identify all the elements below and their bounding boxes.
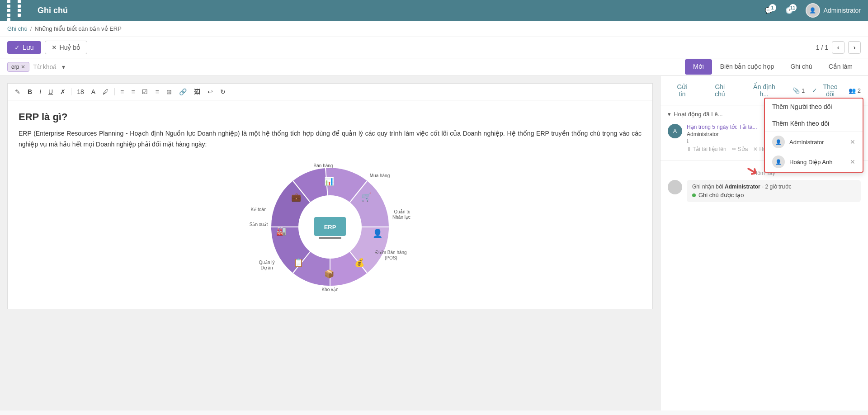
svg-text:💰: 💰	[354, 258, 365, 268]
svg-text:Bán hàng: Bán hàng	[314, 163, 333, 168]
content-heading: ERP là gì?	[19, 111, 642, 123]
image-button[interactable]: 🖼	[192, 87, 202, 96]
editor-wrapper: ✎ B I U ✗ 18 A 🖊 ≡ ≡ ☑ ≡ ⊞ 🔗 🖼 ↩ ↻	[7, 83, 653, 309]
editor-content[interactable]: ERP là gì? ERP (Enterprise Resources Pla…	[8, 100, 652, 306]
timeline-header: Ghi nhận bởi Administrator - 2 giờ trước	[692, 184, 855, 190]
upload-icon: ⬆	[687, 146, 691, 152]
toolbar-separator	[71, 88, 71, 95]
pagination-info: 1 / 1	[816, 44, 828, 51]
align-button[interactable]: ≡	[153, 87, 160, 96]
breadcrumb-separator: /	[30, 25, 32, 32]
svg-text:🛒: 🛒	[361, 192, 372, 202]
filter-tag-remove[interactable]: ✕	[21, 64, 25, 70]
underline-button[interactable]: U	[47, 87, 55, 96]
breadcrumb-current: Những hiểu biết căn bản về ERP	[34, 25, 121, 32]
filter-dropdown-icon[interactable]: ▾	[62, 63, 65, 71]
font-color-button[interactable]: A	[90, 87, 97, 96]
activities-button[interactable]: 🕐 11	[785, 7, 793, 14]
add-follower-item[interactable]: Thêm Người theo dõi	[765, 99, 863, 115]
follow-dropdown: Thêm Người theo dõi Thêm Kênh theo dõi 👤…	[764, 98, 863, 173]
message-badge: 1	[769, 4, 776, 11]
svg-text:Quản trị: Quản trị	[394, 209, 411, 214]
follower-name-hoang: Hoàng Diệp Anh	[789, 159, 845, 165]
timeline-section: Hôm nay Ghi nhận bởi Administrator - 2 g…	[660, 161, 868, 410]
link-button[interactable]: 🔗	[177, 87, 189, 96]
tab-bien-ban[interactable]: Biên bản cuộc họp	[712, 59, 783, 75]
edit-icon: ✏	[732, 146, 736, 152]
tab-can-lam[interactable]: Cần làm	[821, 59, 861, 75]
remove-follower-hoang[interactable]: ✕	[850, 158, 855, 165]
svg-rect-11	[319, 237, 341, 239]
timeline-time: 2 giờ trước	[765, 184, 791, 190]
messages-button[interactable]: 💬 1	[765, 7, 773, 14]
add-channel-item[interactable]: Thêm Kênh theo dõi	[765, 115, 863, 132]
follower-avatar-admin: 👤	[772, 136, 785, 148]
app-grid-icon[interactable]	[7, 0, 27, 21]
timeline-text: Ghi chú được tạo	[692, 192, 855, 198]
log-note-button[interactable]: Ghi chú	[704, 80, 736, 100]
top-navigation: Ghi chú 💬 1 🕐 11 👤 Administrator	[0, 0, 868, 21]
tab-bar: Mới Biên bản cuộc họp Ghi chú Cần làm	[685, 59, 861, 75]
paperclip-icon: 📎	[793, 87, 800, 94]
highlight-button[interactable]: 🖊	[101, 87, 111, 96]
svg-text:(POS): (POS)	[385, 255, 397, 260]
prev-button[interactable]: ‹	[832, 41, 844, 54]
font-size-button[interactable]: 18	[75, 87, 86, 96]
content-paragraph: ERP (Enterprise Resources Planning - Hoạ…	[19, 128, 642, 150]
attachment-count: 📎 1	[793, 87, 805, 94]
follower-name-admin: Administrator	[789, 139, 845, 146]
chatter-actions: 📎 1 ✓ Theo dõi 👥 2	[793, 83, 861, 98]
svg-text:Dự án: Dự án	[260, 265, 273, 270]
svg-text:📦: 📦	[324, 269, 335, 279]
filter-placeholder[interactable]: Từ khoá	[33, 63, 57, 71]
table-button[interactable]: ⊞	[165, 87, 174, 96]
remove-follower-admin[interactable]: ✕	[850, 138, 855, 146]
svg-text:Nhân lực: Nhân lực	[392, 215, 410, 220]
people-icon: 👥	[849, 87, 856, 94]
follow-button[interactable]: ✓ Theo dõi	[812, 83, 841, 98]
filter-area: erp ✕ Từ khoá ▾	[7, 58, 65, 75]
edit-activity-button[interactable]: ✏ Sửa	[732, 146, 748, 152]
upload-document-button[interactable]: ⬆ Tải tài liệu lên	[687, 146, 726, 152]
checkmark-icon: ✓	[14, 44, 20, 51]
chevron-down-icon: ▾	[668, 111, 671, 118]
activity-header-label: Hoạt động đã Lê...	[674, 111, 723, 118]
edit-icon-button[interactable]: ✎	[13, 87, 22, 96]
tab-ghi-chu[interactable]: Ghi chú	[782, 59, 820, 75]
next-button[interactable]: ›	[848, 41, 861, 54]
bold-button[interactable]: B	[26, 87, 34, 96]
check-icon: ✓	[812, 87, 817, 94]
strikethrough-button[interactable]: ✗	[58, 87, 67, 96]
follower-item-hoang: 👤 Hoàng Diệp Anh ✕	[765, 152, 863, 172]
follower-item-admin: 👤 Administrator ✕	[765, 132, 863, 152]
editor-area: ✎ B I U ✗ 18 A 🖊 ≡ ≡ ☑ ≡ ⊞ 🔗 🖼 ↩ ↻	[0, 76, 660, 410]
checklist-button[interactable]: ☑	[140, 87, 150, 96]
svg-text:🏭: 🏭	[276, 226, 287, 236]
filter-tab-bar: erp ✕ Từ khoá ▾ Mới Biên bản cuộc họp Gh…	[0, 58, 868, 76]
cancel-icon: ✕	[753, 146, 758, 152]
user-name: Administrator	[824, 7, 861, 14]
nav-actions: 💬 1 🕐 11 👤 Administrator	[765, 3, 861, 18]
send-message-button[interactable]: Gửi tin	[668, 80, 697, 100]
user-menu[interactable]: 👤 Administrator	[806, 3, 861, 18]
tab-moi[interactable]: Mới	[685, 59, 712, 75]
timeline-action: Ghi nhận bởi	[692, 184, 723, 190]
svg-text:📋: 📋	[293, 258, 304, 268]
breadcrumb-parent[interactable]: Ghi chú	[7, 25, 28, 32]
ol-button[interactable]: ≡	[129, 87, 137, 96]
sidebar-chatter: Gửi tin Ghi chú Ấn định h... 📎 1 ✓ Theo …	[660, 76, 868, 410]
svg-text:Quản lý: Quản lý	[259, 260, 275, 265]
ul-button[interactable]: ≡	[118, 87, 126, 96]
editor-toolbar: ✎ B I U ✗ 18 A 🖊 ≡ ≡ ☑ ≡ ⊞ 🔗 🖼 ↩ ↻	[8, 84, 652, 100]
save-button[interactable]: ✓ Lưu	[7, 41, 41, 54]
timeline-avatar	[668, 180, 682, 194]
follower-avatar-hoang: 👤	[772, 156, 785, 168]
italic-button[interactable]: I	[38, 87, 43, 96]
svg-text:👤: 👤	[373, 228, 383, 238]
cancel-button[interactable]: ✕ Huỷ bỏ	[45, 41, 88, 54]
redo-button[interactable]: ↻	[218, 87, 227, 96]
user-avatar: 👤	[806, 3, 820, 18]
breadcrumb: Ghi chú / Những hiểu biết căn bản về ERP	[0, 21, 868, 37]
undo-button[interactable]: ↩	[206, 87, 215, 96]
svg-text:Kế toán: Kế toán	[251, 207, 267, 212]
